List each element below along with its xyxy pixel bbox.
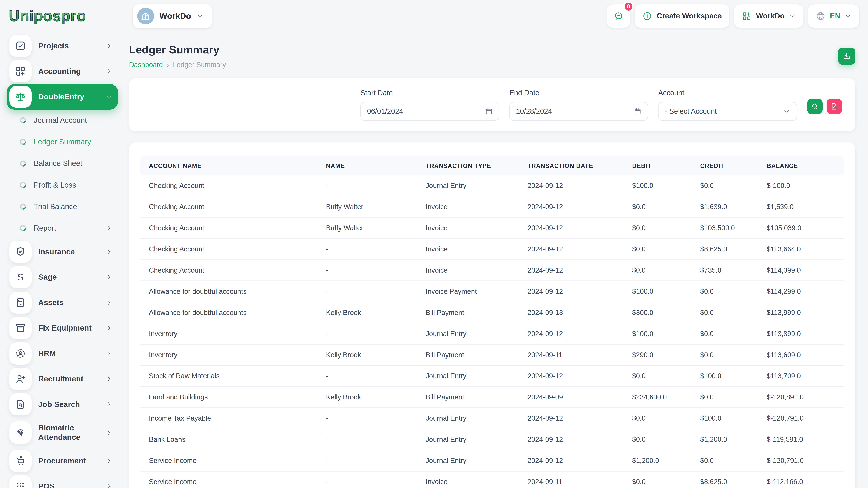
cell-transaction-type: Journal Entry	[417, 450, 519, 471]
sidebar-item-balance-sheet[interactable]: Balance Sheet	[7, 153, 118, 174]
sidebar-item-sage[interactable]: SSage	[7, 264, 118, 290]
sidebar-item-accounting[interactable]: Accounting	[7, 59, 118, 84]
cell-account-name: Checking Account	[140, 238, 317, 260]
table-row: Allowance for doubtful accounts-Invoice …	[140, 281, 844, 302]
sidebar-item-label: POS	[38, 482, 55, 488]
top-header: Unipospro WorkDo 0 Create Workspace Work…	[0, 0, 868, 32]
cell-debit: $290.0	[623, 344, 691, 365]
download-button[interactable]	[838, 47, 855, 65]
sidebar-item-procurement[interactable]: Procurement	[7, 448, 118, 474]
column-header-debit: DEBIT	[623, 156, 691, 175]
cell-debit: $0.0	[623, 429, 691, 450]
sidebar-item-label: Procurement	[38, 456, 86, 465]
cell-transaction-date: 2024-09-12	[519, 175, 623, 196]
cell-debit: $300.0	[623, 302, 691, 323]
cell-credit: $1,639.0	[691, 196, 758, 217]
cell-name: Buffy Walter	[317, 196, 417, 217]
sidebar-item-label: Projects	[38, 41, 69, 51]
cell-debit: $0.0	[623, 365, 691, 387]
column-header-name: NAME	[317, 156, 417, 175]
sidebar-item-insurance[interactable]: Insurance	[7, 239, 118, 264]
chevron-right-icon	[106, 401, 112, 408]
chevron-right-icon	[106, 325, 112, 331]
page-title: Ledger Summary	[129, 43, 855, 56]
start-date-field: Start Date 06/01/2024	[360, 89, 499, 121]
sidebar-item-journal-account[interactable]: Journal Account	[7, 109, 118, 131]
sidebar-item-assets[interactable]: Assets	[7, 290, 118, 315]
building-icon	[137, 8, 154, 24]
start-date-input[interactable]: 06/01/2024	[360, 102, 499, 121]
bullet-icon	[19, 224, 27, 232]
sidebar-subitem-label: Profit & Loss	[34, 181, 76, 189]
cell-transaction-date: 2024-09-09	[519, 387, 623, 408]
column-header-transaction-date: TRANSACTION DATE	[519, 156, 623, 175]
workspace-chip[interactable]: WorkDo	[133, 4, 212, 28]
cell-credit: $0.0	[691, 281, 758, 302]
cell-transaction-date: 2024-09-12	[519, 281, 623, 302]
sidebar-item-pos[interactable]: POS	[7, 474, 118, 488]
cell-transaction-type: Invoice	[417, 238, 519, 260]
end-date-input[interactable]: 10/28/2024	[509, 102, 648, 121]
letter-s-icon: S	[9, 266, 31, 288]
cell-transaction-type: Journal Entry	[417, 365, 519, 387]
cell-transaction-date: 2024-09-12	[519, 323, 623, 344]
chevron-right-icon	[106, 43, 112, 49]
sidebar-item-doubleentry[interactable]: DoubleEntry	[7, 84, 118, 109]
cell-account-name: Inventory	[140, 323, 317, 344]
chevron-right-icon	[106, 376, 112, 382]
cell-account-name: Bank Loans	[140, 429, 317, 450]
create-workspace-button[interactable]: Create Workspace	[634, 4, 730, 28]
chevron-right-icon	[106, 457, 112, 464]
cell-debit: $0.0	[623, 260, 691, 281]
cell-account-name: Allowance for doubtful accounts	[140, 302, 317, 323]
cell-transaction-date: 2024-09-12	[519, 408, 623, 429]
cell-debit: $0.0	[623, 196, 691, 217]
cell-transaction-date: 2024-09-12	[519, 450, 623, 471]
cell-credit: $0.0	[691, 323, 758, 344]
table-row: InventoryKelly BrookBill Payment2024-09-…	[140, 344, 844, 365]
sidebar-item-fix-equipment[interactable]: Fix Equipment	[7, 315, 118, 341]
cell-account-name: Stock of Raw Materials	[140, 365, 317, 387]
sidebar-item-label: DoubleEntry	[38, 92, 84, 101]
cell-balance: $-120,891.0	[758, 387, 844, 408]
dots-grid-icon	[9, 475, 31, 488]
language-label: EN	[830, 12, 840, 20]
cell-account-name: Inventory	[140, 344, 317, 365]
sidebar-item-trial-balance[interactable]: Trial Balance	[7, 196, 118, 217]
sidebar-item-ledger-summary[interactable]: Ledger Summary	[7, 131, 118, 153]
column-header-credit: CREDIT	[691, 156, 758, 175]
language-button[interactable]: EN	[808, 4, 859, 28]
ledger-table: ACCOUNT NAMENAMETRANSACTION TYPETRANSACT…	[140, 156, 844, 488]
search-button[interactable]	[807, 99, 823, 114]
calendar-icon	[485, 107, 493, 115]
sidebar-item-recruitment[interactable]: Recruitment	[7, 366, 118, 392]
reset-button[interactable]	[827, 99, 842, 114]
cell-debit: $0.0	[623, 238, 691, 260]
messages-button[interactable]: 0	[607, 4, 630, 28]
cell-debit: $100.0	[623, 281, 691, 302]
sidebar-item-job-search[interactable]: Job Search	[7, 392, 118, 417]
cell-transaction-type: Bill Payment	[417, 302, 519, 323]
chat-badge: 0	[624, 2, 633, 12]
workspace-menu-button[interactable]: WorkDo	[734, 4, 803, 28]
sidebar-item-profit-loss[interactable]: Profit & Loss	[7, 174, 118, 196]
sidebar-item-report[interactable]: Report	[7, 217, 118, 239]
cell-balance: $1,539.0	[758, 196, 844, 217]
bullet-icon	[19, 159, 27, 168]
sidebar-item-biometric-attendance[interactable]: Biometric Attendance	[7, 417, 118, 448]
breadcrumb-dashboard-link[interactable]: Dashboard	[129, 61, 163, 69]
sidebar-item-projects[interactable]: Projects	[7, 33, 118, 59]
cell-balance: $114,299.0	[758, 281, 844, 302]
cell-credit: $0.0	[691, 302, 758, 323]
cell-transaction-type: Invoice	[417, 196, 519, 217]
cell-credit: $103,500.0	[691, 217, 758, 238]
sidebar-item-label: Accounting	[38, 67, 81, 76]
cell-name: -	[317, 175, 417, 196]
account-select[interactable]: - Select Account	[658, 102, 797, 121]
cell-account-name: Allowance for doubtful accounts	[140, 281, 317, 302]
sidebar-item-hrm[interactable]: HRM	[7, 341, 118, 366]
cell-name: -	[317, 450, 417, 471]
sidebar-subitem-label: Trial Balance	[34, 202, 77, 211]
table-row: Inventory-Journal Entry2024-09-12$100.0$…	[140, 323, 844, 344]
cell-transaction-date: 2024-09-12	[519, 260, 623, 281]
